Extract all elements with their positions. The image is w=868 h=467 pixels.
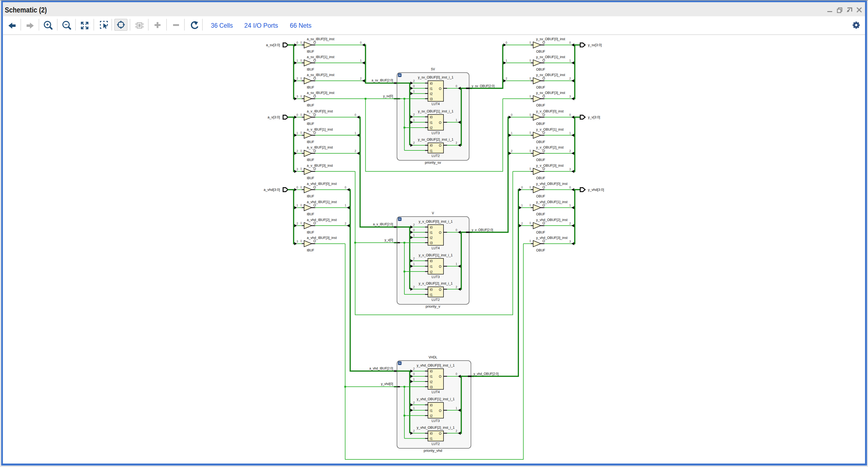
svg-text:y_sv_OBUF[2:0]: y_sv_OBUF[2:0] (472, 84, 495, 88)
svg-text:I: I (301, 59, 301, 62)
svg-text:0: 0 (297, 41, 298, 44)
svg-text:y_vhd[0]: y_vhd[0] (381, 382, 393, 386)
svg-text:SV: SV (431, 67, 435, 71)
svg-text:1: 1 (569, 59, 571, 62)
svg-text:I1: I1 (430, 293, 433, 297)
svg-text:0: 0 (456, 84, 457, 88)
svg-text:O: O (439, 288, 441, 292)
svg-text:I: I (530, 113, 531, 117)
svg-text:I0: I0 (430, 82, 433, 86)
svg-text:0: 0 (456, 228, 457, 232)
svg-text:I1: I1 (430, 121, 433, 125)
svg-text:I0: I0 (430, 432, 433, 436)
svg-text:I3: I3 (430, 97, 433, 101)
svg-text:OBUF: OBUF (536, 67, 546, 71)
svg-text:a_vhd_IBUF[2]_inst: a_vhd_IBUF[2]_inst (307, 218, 337, 222)
svg-text:I3: I3 (430, 241, 433, 245)
svg-text:a_sv_IBUF[2:0]: a_sv_IBUF[2:0] (372, 79, 393, 82)
svg-text:I0: I0 (430, 259, 433, 263)
svg-text:0: 0 (360, 41, 362, 44)
svg-text:1: 1 (413, 233, 415, 237)
svg-text:O: O (439, 121, 441, 125)
svg-text:I1: I1 (430, 409, 433, 413)
svg-text:OBUF: OBUF (536, 158, 546, 162)
svg-text:0: 0 (413, 84, 415, 88)
svg-text:I2: I2 (430, 236, 433, 240)
svg-text:O: O (542, 131, 545, 135)
svg-text:I: I (301, 77, 301, 80)
svg-text:I: I (301, 149, 301, 153)
svg-text:I1: I1 (430, 375, 433, 378)
svg-text:2: 2 (360, 77, 362, 80)
svg-text:2: 2 (413, 429, 415, 433)
svg-text:O: O (542, 113, 545, 117)
svg-text:O: O (314, 94, 316, 98)
svg-text:I: I (301, 221, 301, 225)
svg-text:VHDL: VHDL (429, 355, 437, 359)
svg-text:y_v_OBUF[2:0]: y_v_OBUF[2:0] (472, 228, 493, 232)
svg-text:I2: I2 (430, 380, 433, 384)
svg-text:3: 3 (569, 95, 571, 98)
svg-text:I: I (301, 113, 301, 117)
svg-text:O: O (314, 167, 316, 171)
svg-text:y_sv_OBUF[0]_inst: y_sv_OBUF[0]_inst (536, 37, 565, 41)
svg-text:0: 0 (569, 41, 571, 44)
svg-text:O: O (542, 59, 545, 62)
svg-text:I1: I1 (430, 149, 433, 153)
svg-text:0: 0 (297, 186, 298, 189)
svg-text:O: O (542, 94, 545, 98)
svg-text:O: O (314, 221, 316, 225)
svg-text:y_vhd_OBUF[0]_inst_i_1: y_vhd_OBUF[0]_inst_i_1 (416, 363, 455, 367)
svg-text:O: O (542, 77, 545, 80)
svg-text:IBUF: IBUF (307, 67, 314, 71)
svg-text:a_sv_IBUF[0]_inst: a_sv_IBUF[0]_inst (307, 37, 335, 41)
svg-text:OBUF: OBUF (536, 140, 546, 144)
svg-text:2: 2 (569, 149, 571, 153)
svg-text:I2: I2 (430, 270, 433, 274)
svg-text:I1: I1 (430, 231, 433, 235)
svg-text:O: O (314, 239, 316, 243)
svg-text:LUT4: LUT4 (432, 390, 440, 394)
svg-text:OBUF: OBUF (536, 85, 546, 89)
svg-text:1: 1 (413, 262, 415, 266)
svg-text:0: 0 (569, 186, 571, 189)
svg-text:a_sv_IBUF[1]_inst: a_sv_IBUF[1]_inst (307, 55, 335, 59)
svg-text:1: 1 (297, 59, 298, 62)
svg-text:2: 2 (569, 77, 571, 80)
svg-text:O: O (542, 221, 545, 225)
svg-text:I: I (530, 221, 531, 225)
svg-text:0: 0 (506, 41, 507, 44)
svg-text:O: O (439, 409, 441, 413)
svg-text:1: 1 (456, 262, 457, 266)
svg-text:y_vhd_OBUF[2]_inst: y_vhd_OBUF[2]_inst (536, 218, 568, 222)
svg-text:I: I (530, 149, 531, 153)
svg-text:3: 3 (297, 168, 298, 171)
svg-text:I: I (301, 239, 301, 243)
svg-text:IBUF: IBUF (307, 122, 314, 126)
svg-text:a_v[3:0]: a_v[3:0] (268, 115, 280, 119)
svg-text:O: O (314, 77, 316, 80)
svg-text:y_v_OBUF[3]_inst: y_v_OBUF[3]_inst (536, 164, 564, 168)
svg-text:O: O (314, 185, 316, 189)
svg-text:2: 2 (297, 222, 298, 225)
svg-text:O: O (439, 87, 441, 91)
svg-text:OBUF: OBUF (536, 50, 546, 54)
svg-text:y_v_OBUF[0]_inst: y_v_OBUF[0]_inst (536, 109, 564, 113)
svg-text:O: O (314, 59, 316, 62)
svg-text:2: 2 (521, 222, 523, 225)
svg-text:IBUF: IBUF (307, 103, 314, 107)
svg-text:I: I (301, 131, 301, 135)
svg-text:LUT4: LUT4 (432, 246, 440, 250)
svg-text:a_vhd_IBUF[2:0]: a_vhd_IBUF[2:0] (369, 367, 393, 370)
svg-text:2: 2 (413, 223, 415, 227)
svg-text:1: 1 (413, 378, 415, 381)
svg-text:OBUF: OBUF (536, 212, 546, 216)
svg-text:I: I (530, 203, 531, 207)
svg-text:24 I/O Ports: 24 I/O Ports (244, 22, 278, 29)
svg-text:I2: I2 (430, 92, 433, 96)
svg-text:IBUF: IBUF (307, 158, 314, 162)
svg-text:0: 0 (413, 228, 415, 232)
svg-text:a_vhd[3:0]: a_vhd[3:0] (264, 187, 280, 192)
svg-text:y_sv[3:0]: y_sv[3:0] (588, 43, 602, 47)
svg-text:V: V (432, 211, 434, 215)
